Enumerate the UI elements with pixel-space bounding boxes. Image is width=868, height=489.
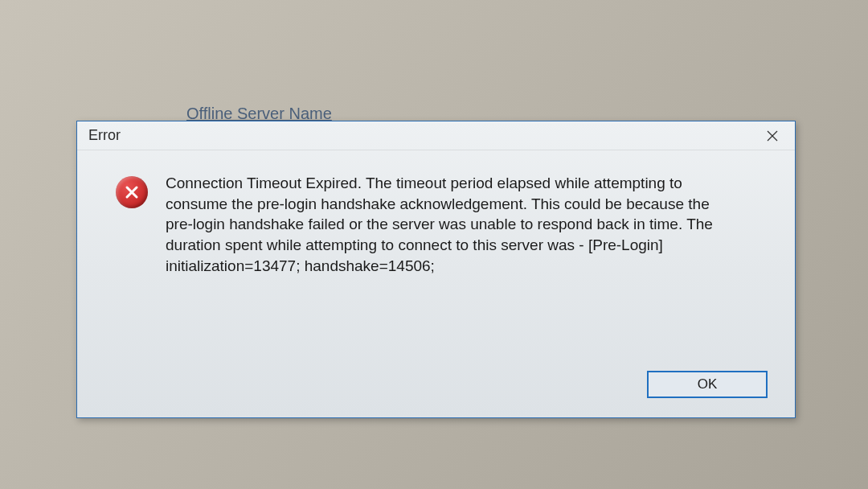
close-icon — [767, 130, 778, 142]
error-icon — [116, 176, 148, 208]
close-button[interactable] — [756, 125, 788, 147]
ok-button[interactable]: OK — [647, 371, 768, 398]
dialog-title: Error — [88, 127, 121, 144]
error-icon-wrap — [116, 173, 151, 363]
dialog-footer: OK — [77, 371, 795, 417]
x-icon — [124, 184, 140, 200]
dialog-titlebar: Error — [77, 121, 795, 150]
dialog-message: Connection Timeout Expired. The timeout … — [166, 173, 728, 363]
dialog-content: Connection Timeout Expired. The timeout … — [77, 150, 795, 371]
error-dialog: Error Connection Timeout Expired. The ti… — [76, 121, 796, 418]
